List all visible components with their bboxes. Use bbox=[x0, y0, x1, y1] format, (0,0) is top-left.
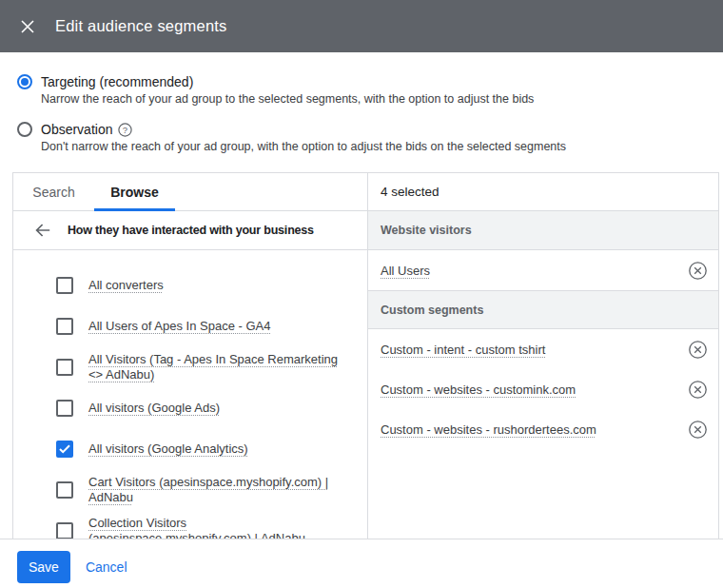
segment-label[interactable]: Cart Visitors (apesinspace.myshopify.com… bbox=[88, 475, 343, 505]
segment-label[interactable]: All Users of Apes In Space - GA4 bbox=[88, 319, 270, 334]
checkbox[interactable] bbox=[56, 359, 73, 376]
remove-segment-button[interactable] bbox=[687, 379, 708, 400]
remove-icon bbox=[688, 261, 708, 281]
selected-segment-row: Custom - intent - custom tshirt bbox=[368, 329, 718, 369]
breadcrumb-label: How they have interacted with your busin… bbox=[68, 224, 314, 237]
radio-option-observation: Observation ? Don't narrow the reach of … bbox=[17, 121, 706, 154]
segment-checkbox-row[interactable]: All Users of Apes In Space - GA4 bbox=[13, 305, 367, 346]
segment-checkbox-row[interactable]: All Visitors (Tag - Apes In Space Remark… bbox=[13, 346, 367, 387]
segment-checkbox-row[interactable]: Collection Visitors (apesinspace.myshopi… bbox=[13, 510, 367, 539]
segment-label[interactable]: All visitors (Google Ads) bbox=[88, 401, 220, 416]
segment-list: All converters All Users of Apes In Spac… bbox=[13, 250, 367, 539]
checkbox[interactable] bbox=[56, 481, 73, 499]
audience-picker-panel: Search Browse How they have interacted w… bbox=[12, 172, 719, 539]
segment-checkbox-row[interactable]: All visitors (Google Analytics) bbox=[13, 428, 367, 469]
svg-text:?: ? bbox=[123, 124, 127, 134]
breadcrumb: How they have interacted with your busin… bbox=[13, 211, 367, 250]
selected-count: 4 selected bbox=[368, 173, 718, 211]
segment-label[interactable]: All visitors (Google Analytics) bbox=[88, 441, 248, 457]
segment-checkbox-row[interactable]: All visitors (Google Ads) bbox=[13, 387, 367, 428]
remove-icon bbox=[688, 420, 708, 440]
checkbox[interactable] bbox=[56, 522, 73, 539]
tab-label: Browse bbox=[110, 185, 159, 200]
dialog-header: Edit audience segments bbox=[0, 0, 723, 52]
radio-option-label: Observation bbox=[41, 121, 112, 138]
selected-segment-row: All Users bbox=[368, 250, 718, 290]
tab-label: Search bbox=[32, 185, 74, 200]
checkbox[interactable] bbox=[56, 441, 73, 458]
close-icon bbox=[21, 20, 34, 33]
dialog-title: Edit audience segments bbox=[55, 17, 227, 35]
checkbox[interactable] bbox=[56, 318, 73, 335]
selected-segments-panel: 4 selected Website visitors All Users bbox=[368, 173, 718, 539]
selected-group-header: Custom segments bbox=[368, 290, 718, 329]
selected-group: Website visitors All Users bbox=[368, 211, 718, 290]
segment-label[interactable]: All converters bbox=[88, 278, 164, 293]
cancel-button[interactable]: Cancel bbox=[86, 559, 127, 575]
radio-option-description: Narrow the reach of your ad group to the… bbox=[41, 92, 706, 107]
remove-icon bbox=[688, 340, 708, 360]
remove-icon bbox=[688, 380, 708, 400]
back-arrow-icon[interactable] bbox=[34, 222, 51, 239]
tab-search[interactable]: Search bbox=[13, 173, 94, 210]
close-button[interactable] bbox=[16, 15, 39, 38]
help-icon[interactable]: ? bbox=[118, 123, 132, 137]
segment-label[interactable]: Collection Visitors (apesinspace.myshopi… bbox=[88, 516, 343, 539]
selected-segment-row: Custom - websites - customink.com bbox=[368, 369, 718, 409]
radio-button[interactable] bbox=[17, 122, 32, 137]
targeting-setting-options: Targeting (recommended) ? Narrow the rea… bbox=[0, 52, 723, 172]
radio-button[interactable] bbox=[17, 74, 32, 89]
segment-label[interactable]: All Visitors (Tag - Apes In Space Remark… bbox=[88, 352, 343, 382]
remove-segment-button[interactable] bbox=[687, 260, 708, 281]
remove-segment-button[interactable] bbox=[687, 419, 708, 440]
checkbox[interactable] bbox=[56, 277, 73, 294]
segment-checkbox-row[interactable]: Cart Visitors (apesinspace.myshopify.com… bbox=[13, 469, 367, 510]
check-icon bbox=[59, 444, 70, 454]
radio-option-description: Don't narrow the reach of your ad group,… bbox=[41, 140, 706, 154]
selected-segment-label[interactable]: All Users bbox=[381, 264, 430, 278]
selected-segment-label[interactable]: Custom - websites - customink.com bbox=[381, 382, 576, 397]
radio-option-targeting: Targeting (recommended) ? Narrow the rea… bbox=[17, 73, 706, 107]
checkbox[interactable] bbox=[56, 400, 73, 417]
selected-groups: Website visitors All Users bbox=[368, 211, 718, 449]
radio-option-label: Targeting (recommended) bbox=[41, 73, 193, 90]
save-button[interactable]: Save bbox=[17, 551, 70, 583]
segment-checkbox-row[interactable]: All converters bbox=[13, 265, 367, 305]
remove-segment-button[interactable] bbox=[687, 339, 708, 360]
tab-browse[interactable]: Browse bbox=[94, 173, 175, 210]
selected-segment-label[interactable]: Custom - websites - rushordertees.com bbox=[381, 422, 596, 437]
selected-segment-label[interactable]: Custom - intent - custom tshirt bbox=[381, 343, 545, 357]
selected-group: Custom segments Custom - intent - custom… bbox=[368, 290, 718, 449]
selected-group-header: Website visitors bbox=[368, 211, 718, 250]
segment-source-tabs: Search Browse bbox=[13, 173, 367, 211]
selected-segment-row: Custom - websites - rushordertees.com bbox=[368, 409, 718, 449]
dialog-footer: Save Cancel bbox=[0, 539, 723, 588]
segment-browser: Search Browse How they have interacted w… bbox=[13, 173, 368, 539]
